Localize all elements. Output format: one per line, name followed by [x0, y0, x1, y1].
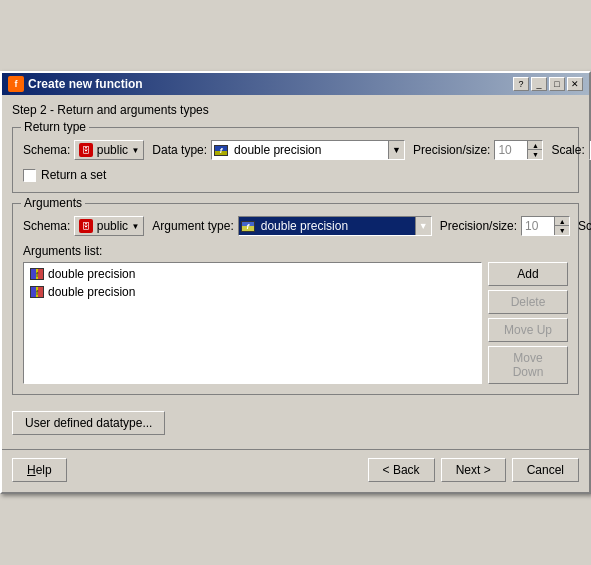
return-precision-label: Precision/size:: [413, 143, 490, 157]
return-datatype-label: Data type:: [152, 143, 207, 157]
return-datatype-combo[interactable]: f ▼: [211, 140, 405, 160]
delete-button[interactable]: Delete: [488, 290, 568, 314]
list-item-icon-1: f: [30, 286, 44, 298]
maximize-btn[interactable]: □: [549, 77, 565, 91]
app-icon: f: [8, 76, 24, 92]
bottom-btn-area: User defined datatype...: [12, 405, 579, 437]
datatype-icon: f: [214, 143, 228, 157]
return-datatype-input[interactable]: [230, 141, 388, 159]
back-button[interactable]: < Back: [368, 458, 435, 482]
args-area: f double precision f double precision Ad…: [23, 262, 568, 384]
arg-datatype-icon: f: [241, 219, 255, 233]
args-listbox[interactable]: f double precision f double precision: [23, 262, 482, 384]
arg-schema-dropdown[interactable]: 🗄 public ▼: [74, 216, 144, 236]
schema-arrow-icon: ▼: [131, 146, 139, 155]
arg-type-combo[interactable]: f ▼: [238, 216, 432, 236]
arg-precision-spinner[interactable]: ▲ ▼: [521, 216, 570, 236]
title-bar: f Create new function ? _ □ ✕: [2, 73, 589, 95]
args-list-label: Arguments list:: [23, 244, 568, 258]
help-title-btn[interactable]: ?: [513, 77, 529, 91]
move-down-button[interactable]: Move Down: [488, 346, 568, 384]
datatype-dropdown-btn[interactable]: ▼: [388, 141, 404, 159]
arg-schema-label: Schema:: [23, 219, 70, 233]
user-defined-datatype-button[interactable]: User defined datatype...: [12, 411, 165, 435]
return-set-checkbox[interactable]: [23, 169, 36, 182]
arg-type-dropdown-btn[interactable]: ▼: [415, 217, 431, 235]
step-label: Step 2 - Return and arguments types: [12, 103, 579, 117]
arg-precision-label: Precision/size:: [440, 219, 517, 233]
arg-type-label: Argument type:: [152, 219, 233, 233]
move-up-button[interactable]: Move Up: [488, 318, 568, 342]
arguments-group: Arguments Schema: 🗄 public ▼ Argument ty…: [12, 203, 579, 395]
return-set-label: Return a set: [41, 168, 106, 182]
help-button[interactable]: Help: [12, 458, 67, 482]
return-scale-label: Scale:: [551, 143, 584, 157]
return-schema-label: Schema:: [23, 143, 70, 157]
close-btn[interactable]: ✕: [567, 77, 583, 91]
action-buttons: Add Delete Move Up Move Down: [488, 262, 568, 384]
add-button[interactable]: Add: [488, 262, 568, 286]
return-precision-spinner[interactable]: ▲ ▼: [494, 140, 543, 160]
return-type-title: Return type: [21, 120, 89, 134]
return-schema-dropdown[interactable]: 🗄 public ▼: [74, 140, 144, 160]
list-item[interactable]: f double precision: [26, 265, 479, 283]
arg-precision-input[interactable]: [522, 217, 554, 235]
return-precision-up[interactable]: ▲: [528, 141, 542, 150]
return-type-group: Return type Schema: 🗄 public ▼ Data type…: [12, 127, 579, 193]
arg-precision-up[interactable]: ▲: [555, 217, 569, 226]
main-window: f Create new function ? _ □ ✕ Step 2 - R…: [0, 71, 591, 494]
window-title: Create new function: [28, 77, 143, 91]
list-item[interactable]: f double precision: [26, 283, 479, 301]
list-item-icon-0: f: [30, 268, 44, 280]
arg-schema-arrow-icon: ▼: [131, 222, 139, 231]
return-precision-down[interactable]: ▼: [528, 150, 542, 159]
return-precision-input[interactable]: [495, 141, 527, 159]
window-content: Step 2 - Return and arguments types Retu…: [2, 95, 589, 445]
cancel-button[interactable]: Cancel: [512, 458, 579, 482]
minimize-btn[interactable]: _: [531, 77, 547, 91]
schema-icon: 🗄: [79, 143, 93, 157]
arguments-title: Arguments: [21, 196, 85, 210]
next-button[interactable]: Next >: [441, 458, 506, 482]
arg-type-input[interactable]: [257, 217, 415, 235]
footer: Help < Back Next > Cancel: [2, 449, 589, 492]
arg-scale-label: Scale:: [578, 219, 591, 233]
arg-schema-icon: 🗄: [79, 219, 93, 233]
arg-precision-down[interactable]: ▼: [555, 226, 569, 235]
